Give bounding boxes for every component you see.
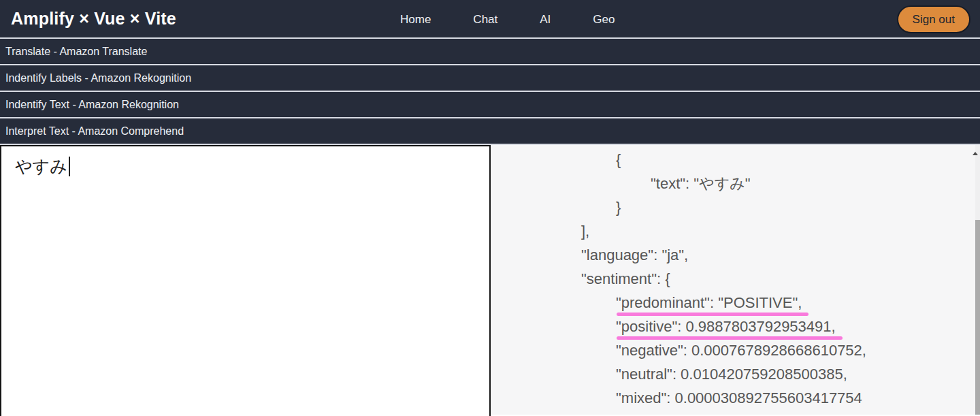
nav-menu: Home Chat AI Geo: [400, 0, 615, 39]
nav-link-ai[interactable]: AI: [540, 13, 551, 27]
input-pane: やすみ: [0, 145, 491, 415]
json-line: {: [491, 148, 980, 172]
json-line: "mixed": 0.000030892755603417754: [491, 386, 980, 410]
accordion-item-label: Indentify Text - Amazon Rekognition: [5, 99, 179, 111]
json-output-lines: {"text": "やすみ"}],"language": "ja","senti…: [491, 145, 980, 410]
json-line: "predominant": "POSITIVE",: [491, 291, 980, 315]
json-line: "neutral": 0.010420759208500385,: [491, 362, 980, 386]
accordion-item-translate[interactable]: Translate - Amazon Translate: [0, 39, 980, 65]
json-line-text: ],: [581, 219, 589, 243]
accordion-item-label: Translate - Amazon Translate: [5, 46, 147, 58]
accordion-item-label: Indentify Labels - Amazon Rekognition: [5, 72, 191, 84]
json-line-text: "sentiment": {: [581, 267, 670, 291]
json-line-text: "mixed": 0.000030892755603417754: [616, 386, 862, 410]
json-line-text: {: [616, 148, 621, 172]
text-caret: [69, 157, 70, 176]
text-input-value: やすみ: [15, 157, 67, 176]
json-line: "positive": 0.9887803792953491,: [491, 315, 980, 338]
nav-link-home[interactable]: Home: [400, 13, 431, 27]
json-line-text: "neutral": 0.010420759208500385,: [616, 362, 847, 386]
json-line: "text": "やすみ": [491, 172, 980, 195]
output-pane: {"text": "やすみ"}],"language": "ja","senti…: [491, 145, 980, 415]
json-line-text: "negative": 0.0007678928668610752,: [616, 338, 866, 362]
accordion-list: Translate - Amazon Translate Indentify L…: [0, 39, 980, 145]
nav-link-chat[interactable]: Chat: [473, 13, 497, 27]
json-line: "sentiment": {: [491, 267, 980, 291]
json-line: "negative": 0.0007678928668610752,: [491, 338, 980, 362]
json-line-text: }: [616, 195, 621, 219]
json-line-text: "language": "ja",: [581, 243, 688, 267]
scrollbar-up-arrow-icon[interactable]: [973, 152, 978, 155]
json-line: "language": "ja",: [491, 243, 980, 267]
json-line-text-annotated: "predominant": "POSITIVE",: [616, 291, 802, 315]
accordion-item-interpret-text[interactable]: Interpret Text - Amazon Comprehend: [0, 118, 980, 145]
json-line-text: "text": "やすみ": [651, 172, 750, 195]
app-header: Amplify × Vue × Vite Home Chat AI Geo Si…: [0, 0, 980, 39]
app-title: Amplify × Vue × Vite: [11, 9, 176, 29]
accordion-item-identify-text[interactable]: Indentify Text - Amazon Rekognition: [0, 92, 980, 118]
accordion-item-identify-labels[interactable]: Indentify Labels - Amazon Rekognition: [0, 65, 980, 92]
nav-link-geo[interactable]: Geo: [593, 13, 615, 27]
scrollbar-thumb[interactable]: [975, 220, 980, 415]
json-line-text-annotated: "positive": 0.9887803792953491,: [616, 315, 836, 338]
interpret-text-panel: やすみ {"text": "やすみ"}],"language": "ja","s…: [0, 145, 980, 415]
json-line: }: [491, 195, 980, 219]
text-input[interactable]: やすみ: [0, 145, 491, 416]
accordion-item-label: Interpret Text - Amazon Comprehend: [5, 125, 184, 138]
json-line: ],: [491, 219, 980, 243]
sign-out-button[interactable]: Sign out: [897, 5, 970, 33]
